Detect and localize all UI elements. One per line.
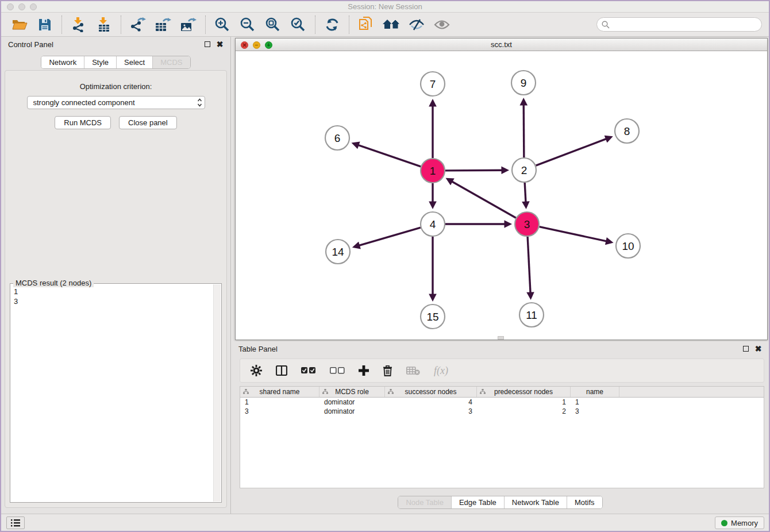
table-cell[interactable]: 2 (477, 407, 571, 416)
show-column-panel-button[interactable] (276, 365, 287, 376)
network-window-titlebar[interactable]: ✕ − + scc.txt (236, 38, 767, 51)
maximize-window-button[interactable] (30, 3, 37, 10)
refresh-button[interactable] (321, 14, 344, 35)
column-header-MCDS-role[interactable]: MCDS role (319, 387, 385, 397)
graph-node-1[interactable]: 1 (421, 159, 445, 183)
column-header-successor-nodes[interactable]: successor nodes (385, 387, 477, 397)
graph-node-3[interactable]: 3 (515, 212, 539, 236)
graph-node-11[interactable]: 11 (519, 303, 544, 327)
zoom-out-button[interactable] (236, 14, 259, 35)
tab-edge-table[interactable]: Edge Table (451, 496, 504, 508)
graph-node-15[interactable]: 15 (421, 304, 445, 329)
table-row[interactable]: 3dominator323 (240, 407, 764, 416)
show-all-button[interactable] (430, 14, 453, 35)
edge-4-14[interactable] (355, 228, 421, 246)
close-panel-button[interactable]: ✖ (216, 41, 224, 48)
table-cell[interactable]: 3 (240, 407, 319, 416)
table-cell[interactable]: 1 (240, 398, 319, 407)
close-table-panel-button[interactable]: ✖ (754, 345, 762, 353)
float-table-panel-button[interactable] (742, 345, 749, 353)
search-input[interactable] (612, 20, 761, 29)
mcds-result-list[interactable]: 13 (11, 285, 213, 501)
table-cell[interactable]: 3 (385, 407, 477, 416)
run-mcds-button[interactable]: Run MCDS (55, 116, 111, 129)
function-icon: f(x) (434, 365, 448, 377)
minimize-window-button[interactable] (18, 3, 25, 10)
unselect-all-columns-button[interactable] (330, 367, 345, 374)
select-all-columns-button[interactable] (301, 367, 316, 374)
result-scrollbar[interactable] (213, 284, 221, 502)
export-image-button[interactable] (177, 14, 200, 35)
task-history-button[interactable] (6, 516, 25, 529)
network-maximize-button[interactable]: + (265, 41, 272, 49)
mcds-result-item[interactable]: 3 (14, 296, 210, 306)
graph-node-10[interactable]: 10 (616, 234, 640, 258)
home-view-button[interactable] (380, 14, 403, 35)
mcds-result-item[interactable]: 1 (14, 287, 210, 296)
memory-button[interactable]: Memory (715, 516, 764, 529)
column-label: MCDS role (335, 388, 369, 396)
delete-table-button[interactable] (406, 366, 420, 375)
graph-node-2[interactable]: 2 (512, 158, 536, 182)
window-controls[interactable] (7, 3, 37, 10)
edge-3-1[interactable] (448, 179, 516, 218)
table-cell[interactable]: 1 (477, 398, 571, 407)
network-canvas[interactable]: 7968124314101511 (236, 51, 767, 340)
graph-node-14[interactable]: 14 (326, 240, 350, 264)
network-graph[interactable]: 7968124314101511 (236, 51, 767, 340)
open-session-button[interactable] (8, 14, 31, 35)
graph-node-7[interactable]: 7 (421, 72, 445, 96)
import-network-button[interactable] (67, 14, 90, 35)
hide-unhide-button[interactable] (405, 14, 428, 35)
table-panel-tabs: Node TableEdge TableNetwork TableMotifs (398, 496, 602, 509)
copy-network-button[interactable] (355, 14, 378, 35)
graph-node-6[interactable]: 6 (325, 126, 349, 150)
criterion-select[interactable]: strongly connected component (27, 96, 205, 109)
import-table-button[interactable] (93, 14, 116, 35)
tab-network-table[interactable]: Network Table (504, 496, 567, 508)
zoom-in-button[interactable] (211, 14, 234, 35)
column-header-shared-name[interactable]: shared name (240, 387, 319, 397)
network-minimize-button[interactable]: − (253, 41, 260, 49)
zoom-fit-button[interactable] (261, 14, 284, 35)
edge-2-9[interactable] (523, 100, 524, 157)
edge-3-11[interactable] (528, 237, 530, 298)
float-panel-button[interactable] (203, 41, 211, 48)
search-box[interactable] (596, 17, 762, 32)
column-header-name[interactable]: name (571, 387, 619, 397)
tab-select[interactable]: Select (116, 56, 152, 68)
table-cell[interactable]: dominator (319, 398, 385, 407)
tab-node-table[interactable]: Node Table (398, 496, 451, 508)
graph-node-4[interactable]: 4 (421, 212, 445, 236)
table-cell[interactable]: 4 (385, 398, 477, 407)
tab-network[interactable]: Network (41, 56, 84, 68)
graph-node-8[interactable]: 8 (615, 119, 639, 143)
table-cell[interactable]: 3 (571, 407, 619, 416)
table-settings-button[interactable] (251, 365, 262, 376)
save-session-button[interactable] (33, 14, 56, 35)
graph-node-9[interactable]: 9 (511, 71, 536, 95)
edge-2-3[interactable] (525, 183, 526, 207)
tab-mcds[interactable]: MCDS (152, 56, 190, 68)
column-header-predecessor-nodes[interactable]: predecessor nodes (477, 387, 571, 397)
table-row[interactable]: 1dominator411 (240, 398, 764, 407)
close-window-button[interactable] (7, 3, 14, 10)
create-column-button[interactable] (359, 365, 369, 376)
network-close-button[interactable]: ✕ (241, 41, 248, 49)
zoom-selected-button[interactable] (287, 14, 310, 35)
edge-1-2[interactable] (445, 170, 507, 171)
horizontal-scrollbar-thumb[interactable] (498, 336, 504, 340)
function-builder-button[interactable]: f(x) (434, 365, 448, 377)
export-table-button[interactable] (152, 14, 175, 35)
edge-2-8[interactable] (536, 137, 611, 166)
close-panel-button-mcds[interactable]: Close panel (119, 116, 177, 129)
delete-column-button[interactable] (383, 365, 392, 376)
tab-motifs[interactable]: Motifs (567, 496, 602, 508)
table-cell[interactable]: dominator (319, 407, 385, 416)
tab-style[interactable]: Style (84, 56, 116, 68)
search-icon (602, 21, 610, 29)
edge-1-6[interactable] (353, 144, 421, 167)
edge-3-10[interactable] (540, 227, 611, 242)
table-cell[interactable]: 1 (571, 398, 619, 407)
export-network-button[interactable] (126, 14, 149, 35)
